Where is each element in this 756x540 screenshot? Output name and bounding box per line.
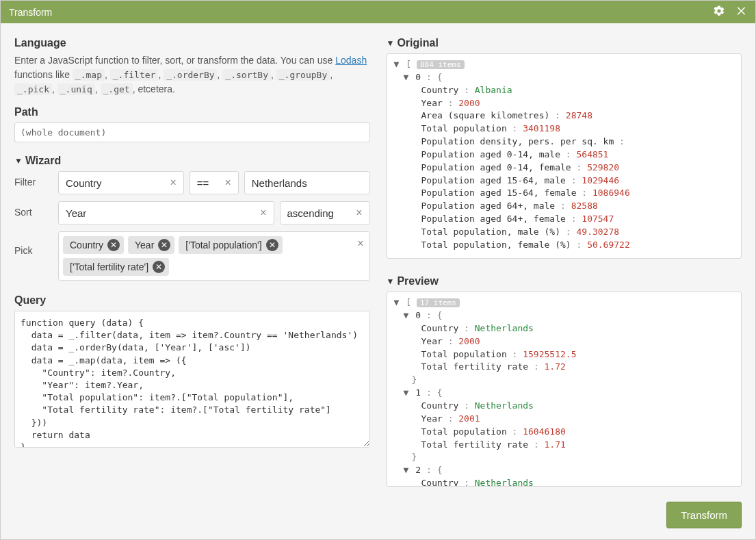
wizard-heading[interactable]: ▼Wizard [14,155,370,167]
pick-input[interactable]: Country✕ Year✕ ['Total population']✕ ['T… [58,231,370,281]
sort-label: Sort [14,201,58,218]
original-section: ▼Original ▼ [ 884 items ▼ 0 : { Country … [387,37,742,259]
clear-icon[interactable]: × [259,207,268,218]
gear-icon[interactable] [713,5,725,19]
example-pick: _.pick [14,83,52,95]
remove-tag-icon[interactable]: ✕ [158,239,170,251]
clear-icon[interactable]: × [354,207,363,218]
path-heading: Path [14,106,370,118]
example-groupby: _.groupBy [276,69,330,81]
pick-tag: ['Total population']✕ [179,236,282,254]
toggle-icon[interactable]: ▼ [402,309,410,322]
example-sortby: _.sortBy [222,69,271,81]
path-input[interactable] [14,123,370,142]
toggle-icon[interactable]: ▼ [393,58,401,71]
transform-modal: Transform Language Enter a JavaScript fu… [0,0,756,540]
example-map: _.map [73,69,105,81]
preview-section: ▼Preview ▼ [ 17 items ▼ 0 : { Country : … [387,275,742,487]
query-textarea[interactable]: function query (data) { data = _.filter(… [14,311,370,448]
pick-row: Pick Country✕ Year✕ ['Total population']… [14,231,370,281]
chevron-down-icon[interactable]: ▼ [387,277,395,286]
filter-op-input[interactable]: × [190,171,239,194]
close-icon[interactable] [735,5,747,19]
clear-icon[interactable]: × [357,237,363,250]
item-count-badge: 884 items [417,60,465,69]
example-orderby: _.orderBy [164,69,217,81]
chevron-down-icon[interactable]: ▼ [14,156,23,166]
filter-field-input[interactable]: × [58,171,184,194]
filter-value-input[interactable] [244,171,370,194]
remove-tag-icon[interactable]: ✕ [266,239,278,251]
titlebar: Transform [1,1,755,23]
titlebar-title: Transform [9,7,52,18]
toggle-icon[interactable]: ▼ [402,71,410,84]
sort-dir-input[interactable]: × [280,201,370,224]
pick-label: Pick [14,231,58,256]
remove-tag-icon[interactable]: ✕ [153,261,165,273]
content: Language Enter a JavaScript function to … [1,23,755,493]
toggle-icon[interactable]: ▼ [402,464,410,477]
original-json[interactable]: ▼ [ 884 items ▼ 0 : { Country : Albania … [387,53,742,259]
preview-json[interactable]: ▼ [ 17 items ▼ 0 : { Country : Netherlan… [387,292,742,487]
filter-label: Filter [14,171,58,188]
toggle-icon[interactable]: ▼ [393,296,401,309]
chevron-down-icon[interactable]: ▼ [387,38,395,48]
language-heading: Language [14,37,370,49]
clear-icon[interactable]: × [168,177,177,188]
lodash-link[interactable]: Lodash [335,55,367,66]
toggle-icon[interactable]: ▼ [402,387,410,400]
item-count-badge: 17 items [417,298,460,307]
right-column: ▼Original ▼ [ 884 items ▼ 0 : { Country … [387,37,742,487]
footer: Transform [1,493,755,539]
sort-row: Sort × × [14,201,370,224]
clear-icon[interactable]: × [223,177,232,188]
pick-tag: ['Total fertility rate']✕ [63,258,169,276]
preview-heading[interactable]: ▼Preview [387,275,742,287]
original-heading[interactable]: ▼Original [387,37,742,49]
filter-row: Filter × × [14,171,370,194]
example-get: _.get [101,83,133,95]
language-description: Enter a JavaScript function to filter, s… [14,53,370,97]
query-heading: Query [14,294,370,307]
left-column: Language Enter a JavaScript function to … [14,37,370,487]
example-filter: _.filter [110,69,159,81]
remove-tag-icon[interactable]: ✕ [107,239,120,251]
transform-button[interactable]: Transform [666,502,742,528]
sort-field-input[interactable]: × [58,201,274,224]
titlebar-actions [713,5,747,19]
pick-tag: Country✕ [63,236,124,254]
pick-tag: Year✕ [128,236,174,254]
example-uniq: _.uniq [57,83,95,95]
